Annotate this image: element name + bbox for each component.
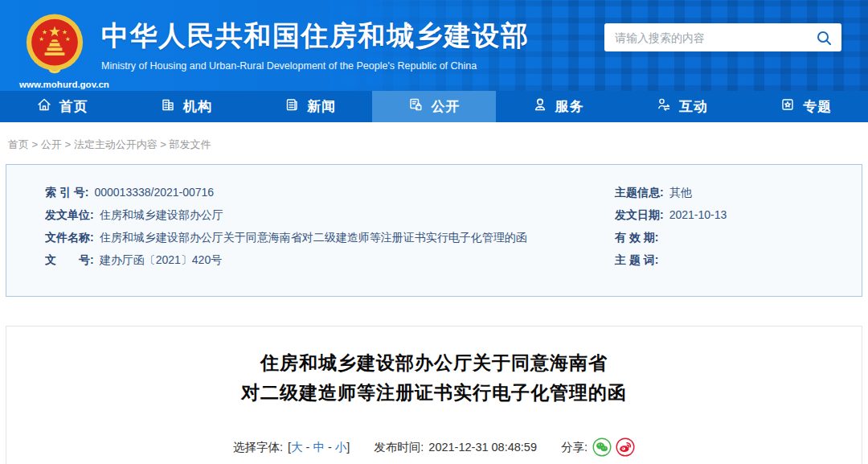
font-selector-label: 选择字体: — [233, 440, 283, 455]
nav-label: 互动 — [679, 97, 708, 116]
nav-item-news[interactable]: 新闻 — [248, 91, 372, 122]
article-title: 住房和城乡建设部办公厅关于同意海南省 对二级建造师等注册证书实行电子化管理的函 — [6, 348, 862, 408]
national-emblem-logo — [23, 64, 86, 78]
info-row-file-name: 文件名称:住房和城乡建设部办公厅关于同意海南省对二级建造师等注册证书实行电子化管… — [45, 230, 569, 244]
info-row-topic-info: 主题信息:其他 — [615, 185, 862, 199]
nav-label: 公开 — [431, 97, 460, 116]
nav-item-topics[interactable]: 专题 — [744, 91, 868, 122]
site-url: www.mohurd.gov.cn — [19, 80, 90, 89]
info-label: 文 号: — [45, 253, 94, 266]
font-size-large-link[interactable]: 大 — [291, 441, 303, 454]
site-title-chinese: 中华人民共和国住房和城乡建设部 — [101, 18, 530, 55]
nav-label: 专题 — [803, 97, 832, 116]
nav-item-disclosure[interactable]: 公开 — [372, 91, 496, 122]
info-label: 发文单位: — [45, 208, 94, 221]
separator: - — [325, 441, 335, 454]
info-value: 建办厅函〔2021〕420号 — [100, 253, 223, 266]
news-icon — [284, 96, 300, 117]
info-label: 有 效 期: — [615, 231, 658, 244]
article-title-line1: 住房和城乡建设部办公厅关于同意海南省 — [6, 348, 862, 378]
info-row-keywords: 主 题 词: — [615, 253, 862, 267]
article-title-line2: 对二级建造师等注册证书实行电子化管理的函 — [6, 378, 862, 408]
info-value: 住房和城乡建设部办公厅 — [100, 208, 223, 221]
info-label: 索 引 号: — [45, 186, 88, 199]
publish-time: 发布时间: 2021-12-31 08:48:59 — [374, 440, 537, 455]
nav-label: 新闻 — [307, 97, 336, 116]
info-value: 000013338/2021-00716 — [94, 186, 214, 199]
nav-item-interaction[interactable]: 互动 — [620, 91, 743, 122]
building-icon — [160, 96, 176, 117]
interaction-arrows-icon — [656, 96, 672, 117]
nav-label: 机构 — [183, 97, 212, 116]
info-row-index-number: 索 引 号:000013338/2021-00716 — [45, 185, 569, 199]
search-icon[interactable] — [814, 28, 833, 47]
info-value: 2021-10-13 — [669, 208, 727, 221]
info-value: 住房和城乡建设部办公厅关于同意海南省对二级建造师等注册证书实行电子化管理的函 — [100, 231, 527, 244]
nav-label: 服务 — [555, 97, 584, 116]
font-size-small-link[interactable]: 小 — [335, 441, 347, 454]
info-row-doc-number: 文 号:建办厅函〔2021〕420号 — [45, 253, 569, 267]
info-value: 其他 — [669, 186, 692, 199]
font-size-medium-link[interactable]: 中 — [313, 441, 325, 454]
info-row-issue-date: 发文日期:2021-10-13 — [615, 207, 862, 222]
star-badge-icon — [780, 96, 796, 117]
separator: - — [303, 441, 313, 454]
share-label: 分享: — [561, 440, 588, 455]
info-label: 发文日期: — [615, 208, 664, 221]
home-icon — [36, 96, 52, 117]
section-gap — [0, 297, 868, 326]
font-size-selector: 选择字体: [大 - 中 - 小] — [233, 440, 350, 455]
site-title-english: Ministry of Housing and Urban-Rural Deve… — [101, 60, 530, 72]
share-group: 分享: — [561, 437, 635, 457]
search-input[interactable] — [615, 31, 814, 44]
weibo-share-icon[interactable] — [616, 437, 635, 457]
info-label: 主 题 词: — [615, 253, 658, 266]
nav-item-org[interactable]: 机构 — [124, 91, 248, 122]
font-selector-brackets: [大 - 中 - 小] — [288, 440, 350, 455]
nav-item-home[interactable]: 首页 — [0, 91, 124, 122]
service-person-icon — [532, 96, 548, 117]
search-box — [604, 23, 841, 51]
document-lock-icon — [407, 96, 424, 117]
article-box: 住房和城乡建设部办公厅关于同意海南省 对二级建造师等注册证书实行电子化管理的函 … — [6, 326, 862, 464]
nav-label: 首页 — [59, 97, 88, 116]
main-nav: 首页 机构 新闻 公开 — [0, 91, 868, 122]
wechat-share-icon[interactable] — [592, 437, 612, 457]
info-label: 主题信息: — [615, 186, 664, 199]
nav-item-service[interactable]: 服务 — [496, 91, 620, 122]
document-info-box: 索 引 号:000013338/2021-00716 发文单位:住房和城乡建设部… — [6, 164, 862, 297]
publish-time-value: 2021-12-31 08:48:59 — [428, 441, 537, 454]
breadcrumb[interactable]: 首页 > 公开 > 法定主动公开内容 > 部发文件 — [0, 122, 868, 164]
close-bracket: ] — [346, 441, 350, 454]
site-header: www.mohurd.gov.cn 中华人民共和国住房和城乡建设部 Minist… — [0, 0, 868, 91]
info-label: 文件名称: — [45, 231, 94, 244]
publish-time-label: 发布时间: — [374, 440, 424, 455]
info-row-issuing-unit: 发文单位:住房和城乡建设部办公厅 — [45, 207, 569, 222]
info-row-validity: 有 效 期: — [615, 230, 862, 244]
